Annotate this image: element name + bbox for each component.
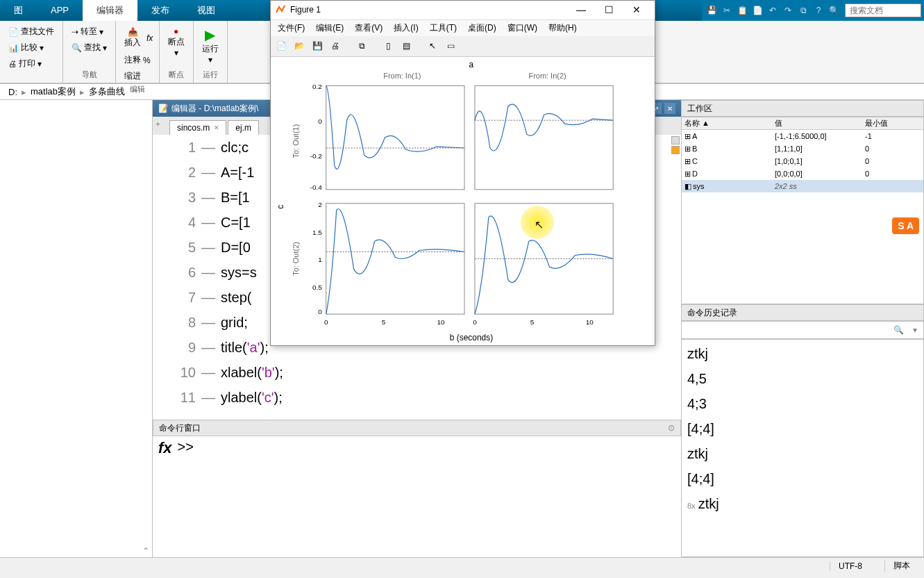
- list-item[interactable]: ztkj: [687, 341, 918, 366]
- svg-rect-6: [326, 85, 464, 189]
- figure-plot-area[interactable]: a From: In(1) From: In(2) c To: Out(1) T…: [271, 57, 655, 346]
- breakpoint-label: 断点: [168, 36, 185, 48]
- svg-text:0: 0: [324, 318, 328, 326]
- file-tab-label: sincos.m: [177, 123, 210, 133]
- svg-text:0.2: 0.2: [312, 83, 322, 90]
- search-icon[interactable]: 🔍: [827, 3, 841, 17]
- cut-icon[interactable]: ✂: [720, 3, 734, 17]
- maximize-icon[interactable]: ☐: [595, 1, 623, 18]
- workspace-table[interactable]: 名称 ▲ 值 最小值 ⊞A [-1,-1;6.5000,0] -1 ⊞B [1,…: [681, 117, 924, 304]
- history-search-input[interactable]: [682, 322, 890, 338]
- list-item[interactable]: 4,5: [687, 366, 918, 391]
- file-tab[interactable]: ej.m: [228, 120, 259, 135]
- save-icon[interactable]: 💾: [705, 3, 719, 17]
- run-button[interactable]: ▶ 运行 ▾: [199, 24, 221, 67]
- breadcrumb-item[interactable]: 多条曲线: [86, 85, 128, 98]
- open-icon[interactable]: 📂: [292, 38, 307, 53]
- table-row[interactable]: ⊞D [0,0;0,0] 0: [682, 167, 923, 180]
- new-icon[interactable]: 📄: [274, 38, 289, 53]
- ribbon-tab-view1[interactable]: 图: [0, 0, 37, 21]
- print-label: 打印: [19, 58, 35, 69]
- history-list[interactable]: ztkj 4,5 4;3 [4;4] ztkj [4;4] 8xztkj: [681, 339, 924, 557]
- menu-view[interactable]: 查看(V): [351, 22, 387, 34]
- copy-icon[interactable]: 📋: [735, 3, 749, 17]
- menu-edit[interactable]: 编辑(E): [312, 22, 348, 34]
- table-row[interactable]: ⊞B [1,1;1,0] 0: [682, 142, 923, 155]
- menu-help[interactable]: 帮助(H): [544, 22, 581, 34]
- collapse-icon[interactable]: ⌃: [142, 546, 149, 556]
- dropdown-icon[interactable]: ▾: [907, 322, 923, 338]
- svg-text:To: Out(2): To: Out(2): [292, 242, 300, 276]
- menu-window[interactable]: 窗口(W): [503, 22, 541, 34]
- table-row[interactable]: ⊞C [1,0;0,1] 0: [682, 155, 923, 167]
- fx-icon[interactable]: fx: [156, 439, 175, 554]
- indent-button[interactable]: 缩进: [121, 69, 144, 83]
- matrix-icon: ⊞: [684, 132, 691, 141]
- paste-icon[interactable]: 📄: [750, 3, 764, 17]
- column-value[interactable]: 值: [772, 118, 862, 129]
- ribbon-tab-app[interactable]: APP: [37, 0, 83, 21]
- list-item[interactable]: ztkj: [687, 441, 918, 466]
- edit-plot-icon[interactable]: ▭: [443, 38, 458, 53]
- save-icon[interactable]: 💾: [310, 38, 325, 53]
- breadcrumb-item[interactable]: D:: [6, 87, 20, 97]
- breadcrumb-item[interactable]: matlab案例: [28, 85, 78, 98]
- editor-close-icon[interactable]: ✕: [664, 103, 675, 114]
- file-tab[interactable]: sincos.m×: [169, 120, 226, 135]
- find-files-button[interactable]: 📄 查找文件: [6, 24, 57, 39]
- redo-icon[interactable]: ↷: [781, 3, 795, 17]
- svg-text:-0.4: -0.4: [310, 183, 323, 190]
- breakpoint-button[interactable]: ● 断点 ▾: [165, 24, 187, 60]
- ribbon-tab-editor[interactable]: 编辑器: [83, 0, 137, 21]
- goto-label: 转至: [81, 26, 97, 38]
- undo-icon[interactable]: ↶: [766, 3, 780, 17]
- goto-button[interactable]: ⇢ 转至 ▾: [69, 24, 106, 39]
- close-icon[interactable]: ✕: [623, 1, 650, 18]
- insert-button[interactable]: 📥插入: [121, 24, 144, 51]
- run-label: 运行: [202, 43, 219, 55]
- linkdata-icon[interactable]: ⧉: [354, 38, 369, 53]
- column-name[interactable]: 名称 ▲: [682, 118, 772, 129]
- dropdown-icon[interactable]: ⊙: [668, 423, 675, 433]
- menu-file[interactable]: 文件(F): [274, 22, 309, 34]
- list-item[interactable]: [4;4]: [687, 466, 918, 491]
- list-item[interactable]: 8xztkj: [687, 491, 918, 518]
- menu-tools[interactable]: 工具(T): [426, 22, 461, 34]
- svg-text:From: In(2): From: In(2): [528, 72, 566, 80]
- column-min[interactable]: 最小值: [862, 118, 904, 129]
- find-button[interactable]: 🔍 查找 ▾: [69, 40, 110, 55]
- minimize-icon[interactable]: —: [567, 1, 595, 18]
- svg-text:-0.2: -0.2: [310, 151, 323, 159]
- comment-button[interactable]: 注释 %: [121, 53, 153, 67]
- encoding-status: UTF-8: [830, 561, 871, 571]
- print-icon[interactable]: 🖨: [328, 38, 343, 53]
- ribbon-tab-view2[interactable]: 视图: [183, 0, 229, 21]
- compare-button[interactable]: 📊 比较 ▾: [6, 40, 47, 55]
- menu-desktop[interactable]: 桌面(D): [464, 22, 501, 34]
- table-row[interactable]: ⊞A [-1,-1;6.5000,0] -1: [682, 130, 923, 142]
- svg-text:b (seconds): b (seconds): [450, 333, 493, 342]
- fx-icon[interactable]: fx: [146, 33, 153, 43]
- figure-title: Figure 1: [290, 5, 321, 15]
- close-icon[interactable]: ×: [214, 123, 219, 133]
- ribbon-tab-publish[interactable]: 发布: [137, 0, 183, 21]
- search-input[interactable]: [845, 3, 921, 17]
- command-window[interactable]: fx >>: [153, 436, 681, 557]
- search-icon[interactable]: 🔍: [890, 322, 907, 338]
- ime-badge: S A: [892, 217, 919, 234]
- window-icon[interactable]: ⧉: [796, 3, 810, 17]
- script-status: 脚本: [884, 560, 918, 572]
- help-icon[interactable]: ?: [812, 3, 825, 17]
- find-files-label: 查找文件: [21, 26, 54, 38]
- new-tab-icon[interactable]: +: [156, 119, 167, 131]
- figure-titlebar[interactable]: Figure 1 — ☐ ✕: [271, 1, 655, 20]
- table-row[interactable]: ◧sys 2x2 ss: [682, 180, 923, 192]
- list-item[interactable]: 4;3: [687, 391, 918, 416]
- matrix-icon: ⊞: [684, 144, 691, 154]
- menu-insert[interactable]: 插入(I): [389, 22, 422, 34]
- insert-legend-icon[interactable]: ▤: [398, 38, 414, 53]
- list-item[interactable]: [4;4]: [687, 416, 918, 441]
- pointer-icon[interactable]: ↖: [425, 38, 440, 53]
- insert-colorbar-icon[interactable]: ▯: [380, 38, 396, 53]
- print-button[interactable]: 🖨 打印 ▾: [6, 56, 44, 71]
